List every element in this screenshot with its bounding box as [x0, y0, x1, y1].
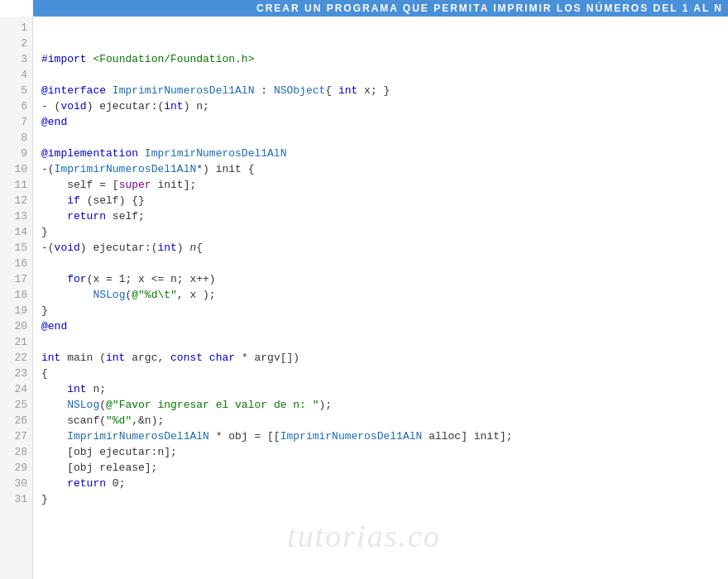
code-line-8 — [41, 130, 728, 146]
code-line-25: NSLog(@"Favor ingresar el valor de n: ")… — [41, 397, 728, 413]
code-line-24: int n; — [41, 381, 728, 397]
code-line-21 — [41, 334, 728, 350]
code-line-29: [obj release]; — [41, 460, 728, 476]
code-line-19: } — [41, 303, 728, 318]
code-line-23: { — [41, 366, 728, 381]
code-line-7: @end — [41, 114, 728, 130]
code-line-1 — [41, 20, 728, 36]
code-line-22: int main (int argc, const char * argv[]) — [41, 350, 728, 366]
code-line-5: @interface ImprimirNumerosDel1AlN : NSOb… — [41, 83, 728, 98]
code-line-6: - (void) ejecutar:(int) n; — [41, 98, 728, 114]
code-area: 1 2 3 4 5 6 7 8 9 10 11 12 13 14 15 16 1… — [0, 17, 728, 579]
code-content[interactable]: #import <Foundation/Foundation.h> @inter… — [33, 17, 728, 579]
code-line-28: [obj ejecutar:n]; — [41, 444, 728, 460]
code-line-15: -(void) ejecutar:(int) n{ — [41, 240, 728, 256]
code-line-14: } — [41, 224, 728, 240]
title-bar: CREAR UN PROGRAMA QUE PERMITA IMPRIMIR L… — [33, 0, 728, 17]
title-text: CREAR UN PROGRAMA QUE PERMITA IMPRIMIR L… — [256, 2, 723, 14]
code-line-12: if (self) {} — [41, 193, 728, 208]
code-line-18: NSLog(@"%d\t", x ); — [41, 287, 728, 303]
code-line-26: scanf("%d",&n); — [41, 413, 728, 428]
code-line-2 — [41, 36, 728, 51]
code-line-4 — [41, 67, 728, 83]
code-line-31: } — [41, 491, 728, 507]
code-line-30: return 0; — [41, 476, 728, 491]
code-line-10: -(ImprimirNumerosDel1AlN*) init { — [41, 161, 728, 177]
code-line-16 — [41, 256, 728, 271]
code-line-3: #import <Foundation/Foundation.h> — [41, 51, 728, 67]
code-line-27: ImprimirNumerosDel1AlN * obj = [[Imprimi… — [41, 428, 728, 444]
code-line-9: @implementation ImprimirNumerosDel1AlN — [41, 146, 728, 161]
code-line-17: for(x = 1; x <= n; x++) — [41, 271, 728, 287]
code-line-11: self = [super init]; — [41, 177, 728, 193]
code-line-20: @end — [41, 318, 728, 334]
code-line-13: return self; — [41, 208, 728, 224]
line-numbers: 1 2 3 4 5 6 7 8 9 10 11 12 13 14 15 16 1… — [0, 17, 33, 579]
editor-container: CREAR UN PROGRAMA QUE PERMITA IMPRIMIR L… — [0, 0, 728, 579]
